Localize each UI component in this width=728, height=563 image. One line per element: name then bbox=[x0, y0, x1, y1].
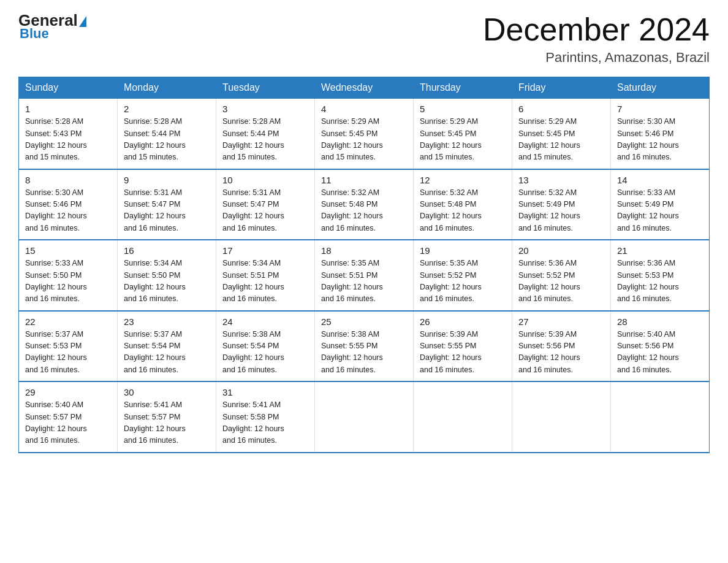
day-info: Sunrise: 5:40 AMSunset: 5:56 PMDaylight:… bbox=[617, 329, 703, 377]
calendar-cell: 22Sunrise: 5:37 AMSunset: 5:53 PMDayligh… bbox=[19, 311, 118, 382]
day-number: 6 bbox=[518, 104, 604, 114]
page-header: General Blue December 2024 Parintins, Am… bbox=[18, 12, 710, 66]
calendar-header-sunday: Sunday bbox=[19, 77, 118, 99]
day-number: 16 bbox=[124, 245, 210, 256]
calendar-cell: 3Sunrise: 5:28 AMSunset: 5:44 PMDaylight… bbox=[216, 99, 315, 169]
day-number: 18 bbox=[321, 245, 407, 256]
logo: General Blue bbox=[18, 12, 86, 42]
calendar-cell: 4Sunrise: 5:29 AMSunset: 5:45 PMDaylight… bbox=[315, 99, 414, 169]
day-info: Sunrise: 5:29 AMSunset: 5:45 PMDaylight:… bbox=[321, 116, 407, 164]
day-info: Sunrise: 5:28 AMSunset: 5:44 PMDaylight:… bbox=[124, 116, 210, 164]
day-number: 26 bbox=[420, 316, 506, 327]
calendar-header-monday: Monday bbox=[118, 77, 216, 99]
calendar-cell: 8Sunrise: 5:30 AMSunset: 5:46 PMDaylight… bbox=[19, 169, 118, 240]
day-info: Sunrise: 5:29 AMSunset: 5:45 PMDaylight:… bbox=[420, 116, 506, 164]
calendar-cell: 20Sunrise: 5:36 AMSunset: 5:52 PMDayligh… bbox=[512, 240, 611, 311]
calendar-cell: 10Sunrise: 5:31 AMSunset: 5:47 PMDayligh… bbox=[216, 169, 315, 240]
calendar-cell: 14Sunrise: 5:33 AMSunset: 5:49 PMDayligh… bbox=[611, 169, 710, 240]
calendar-cell: 18Sunrise: 5:35 AMSunset: 5:51 PMDayligh… bbox=[315, 240, 414, 311]
calendar-week-row: 29Sunrise: 5:40 AMSunset: 5:57 PMDayligh… bbox=[19, 381, 710, 453]
calendar-header-wednesday: Wednesday bbox=[315, 77, 414, 99]
calendar-cell: 23Sunrise: 5:37 AMSunset: 5:54 PMDayligh… bbox=[118, 311, 216, 382]
day-number: 13 bbox=[518, 175, 604, 185]
calendar-cell: 2Sunrise: 5:28 AMSunset: 5:44 PMDaylight… bbox=[118, 99, 216, 169]
day-number: 1 bbox=[25, 104, 111, 114]
day-info: Sunrise: 5:38 AMSunset: 5:55 PMDaylight:… bbox=[321, 329, 407, 377]
day-info: Sunrise: 5:28 AMSunset: 5:44 PMDaylight:… bbox=[222, 116, 308, 164]
day-number: 9 bbox=[124, 175, 210, 185]
day-info: Sunrise: 5:36 AMSunset: 5:52 PMDaylight:… bbox=[518, 258, 604, 305]
day-number: 8 bbox=[25, 175, 111, 185]
day-number: 31 bbox=[222, 387, 308, 397]
day-number: 19 bbox=[420, 245, 506, 256]
calendar-cell: 15Sunrise: 5:33 AMSunset: 5:50 PMDayligh… bbox=[19, 240, 118, 311]
day-info: Sunrise: 5:39 AMSunset: 5:56 PMDaylight:… bbox=[518, 329, 604, 377]
day-number: 7 bbox=[617, 104, 703, 114]
day-info: Sunrise: 5:28 AMSunset: 5:43 PMDaylight:… bbox=[25, 116, 111, 164]
day-info: Sunrise: 5:32 AMSunset: 5:48 PMDaylight:… bbox=[321, 187, 407, 235]
day-number: 25 bbox=[321, 316, 407, 327]
calendar-header-tuesday: Tuesday bbox=[216, 77, 315, 99]
day-number: 5 bbox=[420, 104, 506, 114]
day-number: 17 bbox=[222, 245, 308, 256]
day-info: Sunrise: 5:35 AMSunset: 5:51 PMDaylight:… bbox=[321, 258, 407, 305]
calendar-cell: 11Sunrise: 5:32 AMSunset: 5:48 PMDayligh… bbox=[315, 169, 414, 240]
calendar-cell bbox=[414, 381, 512, 453]
day-number: 3 bbox=[222, 104, 308, 114]
day-info: Sunrise: 5:34 AMSunset: 5:50 PMDaylight:… bbox=[124, 258, 210, 305]
day-info: Sunrise: 5:36 AMSunset: 5:53 PMDaylight:… bbox=[617, 258, 703, 305]
calendar-cell: 5Sunrise: 5:29 AMSunset: 5:45 PMDaylight… bbox=[414, 99, 512, 169]
day-info: Sunrise: 5:33 AMSunset: 5:49 PMDaylight:… bbox=[617, 187, 703, 235]
calendar-cell: 13Sunrise: 5:32 AMSunset: 5:49 PMDayligh… bbox=[512, 169, 611, 240]
day-info: Sunrise: 5:30 AMSunset: 5:46 PMDaylight:… bbox=[25, 187, 111, 235]
day-number: 15 bbox=[25, 245, 111, 256]
day-number: 20 bbox=[518, 245, 604, 256]
day-number: 30 bbox=[124, 387, 210, 397]
calendar-cell: 26Sunrise: 5:39 AMSunset: 5:55 PMDayligh… bbox=[414, 311, 512, 382]
calendar-week-row: 1Sunrise: 5:28 AMSunset: 5:43 PMDaylight… bbox=[19, 99, 710, 169]
day-number: 28 bbox=[617, 316, 703, 327]
day-number: 14 bbox=[617, 175, 703, 185]
calendar-header-thursday: Thursday bbox=[414, 77, 512, 99]
calendar-cell: 21Sunrise: 5:36 AMSunset: 5:53 PMDayligh… bbox=[611, 240, 710, 311]
calendar-week-row: 22Sunrise: 5:37 AMSunset: 5:53 PMDayligh… bbox=[19, 311, 710, 382]
day-info: Sunrise: 5:39 AMSunset: 5:55 PMDaylight:… bbox=[420, 329, 506, 377]
day-number: 22 bbox=[25, 316, 111, 327]
calendar-cell: 16Sunrise: 5:34 AMSunset: 5:50 PMDayligh… bbox=[118, 240, 216, 311]
day-info: Sunrise: 5:41 AMSunset: 5:57 PMDaylight:… bbox=[124, 399, 210, 447]
day-number: 11 bbox=[321, 175, 407, 185]
day-info: Sunrise: 5:30 AMSunset: 5:46 PMDaylight:… bbox=[617, 116, 703, 164]
day-info: Sunrise: 5:31 AMSunset: 5:47 PMDaylight:… bbox=[222, 187, 308, 235]
month-title: December 2024 bbox=[483, 12, 710, 47]
day-info: Sunrise: 5:40 AMSunset: 5:57 PMDaylight:… bbox=[25, 399, 111, 447]
title-area: December 2024 Parintins, Amazonas, Brazi… bbox=[483, 12, 710, 66]
calendar-week-row: 8Sunrise: 5:30 AMSunset: 5:46 PMDaylight… bbox=[19, 169, 710, 240]
calendar-cell: 9Sunrise: 5:31 AMSunset: 5:47 PMDaylight… bbox=[118, 169, 216, 240]
day-info: Sunrise: 5:41 AMSunset: 5:58 PMDaylight:… bbox=[222, 399, 308, 447]
day-info: Sunrise: 5:38 AMSunset: 5:54 PMDaylight:… bbox=[222, 329, 308, 377]
day-info: Sunrise: 5:37 AMSunset: 5:54 PMDaylight:… bbox=[124, 329, 210, 377]
day-number: 27 bbox=[518, 316, 604, 327]
day-info: Sunrise: 5:37 AMSunset: 5:53 PMDaylight:… bbox=[25, 329, 111, 377]
day-info: Sunrise: 5:35 AMSunset: 5:52 PMDaylight:… bbox=[420, 258, 506, 305]
calendar-cell: 31Sunrise: 5:41 AMSunset: 5:58 PMDayligh… bbox=[216, 381, 315, 453]
calendar-cell: 17Sunrise: 5:34 AMSunset: 5:51 PMDayligh… bbox=[216, 240, 315, 311]
day-number: 12 bbox=[420, 175, 506, 185]
day-number: 10 bbox=[222, 175, 308, 185]
calendar-cell: 28Sunrise: 5:40 AMSunset: 5:56 PMDayligh… bbox=[611, 311, 710, 382]
calendar-cell: 30Sunrise: 5:41 AMSunset: 5:57 PMDayligh… bbox=[118, 381, 216, 453]
day-info: Sunrise: 5:32 AMSunset: 5:48 PMDaylight:… bbox=[420, 187, 506, 235]
day-number: 24 bbox=[222, 316, 308, 327]
calendar-cell bbox=[315, 381, 414, 453]
calendar-cell: 24Sunrise: 5:38 AMSunset: 5:54 PMDayligh… bbox=[216, 311, 315, 382]
calendar-week-row: 15Sunrise: 5:33 AMSunset: 5:50 PMDayligh… bbox=[19, 240, 710, 311]
calendar-cell: 6Sunrise: 5:29 AMSunset: 5:45 PMDaylight… bbox=[512, 99, 611, 169]
calendar-header-row: SundayMondayTuesdayWednesdayThursdayFrid… bbox=[19, 77, 710, 99]
calendar-cell: 12Sunrise: 5:32 AMSunset: 5:48 PMDayligh… bbox=[414, 169, 512, 240]
calendar-cell: 1Sunrise: 5:28 AMSunset: 5:43 PMDaylight… bbox=[19, 99, 118, 169]
calendar-header-friday: Friday bbox=[512, 77, 611, 99]
logo-blue-text: Blue bbox=[20, 26, 49, 42]
day-info: Sunrise: 5:34 AMSunset: 5:51 PMDaylight:… bbox=[222, 258, 308, 305]
calendar-cell bbox=[512, 381, 611, 453]
calendar-cell bbox=[611, 381, 710, 453]
